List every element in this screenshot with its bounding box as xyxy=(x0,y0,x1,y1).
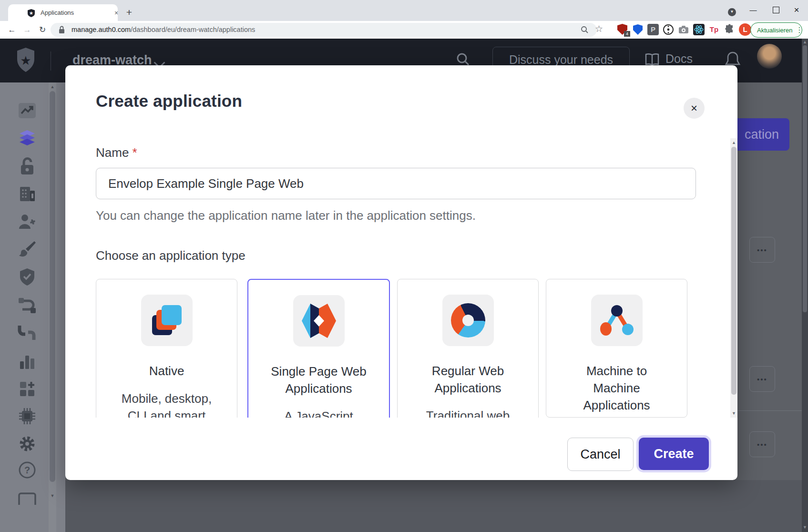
sidebar-item-authentication[interactable] xyxy=(17,156,38,177)
user-avatar[interactable] xyxy=(757,44,782,69)
back-button-icon[interactable]: ← xyxy=(6,24,18,36)
card-title: Single Page WebApplications xyxy=(248,363,389,397)
row-menu-button[interactable]: ••• xyxy=(749,237,775,263)
settings-gear-icon xyxy=(18,435,36,453)
card-regular-web[interactable]: Regular WebApplications Traditional web xyxy=(397,279,539,418)
create-application-modal: Create application × Name * You can chan… xyxy=(65,65,737,480)
security-shield-icon xyxy=(19,268,35,286)
browser-tab[interactable]: ★ Applications × xyxy=(8,4,118,21)
m2m-app-icon xyxy=(591,295,643,346)
modal-scroll-up-icon[interactable]: ▲ xyxy=(730,140,737,145)
sidebar-item-user-management[interactable] xyxy=(17,211,38,232)
cancel-button[interactable]: Cancel xyxy=(567,438,634,471)
content-background-bottom xyxy=(65,480,802,532)
modal-scrollbar[interactable]: ▲ ▼ xyxy=(730,138,737,418)
row-menu-button[interactable]: ••• xyxy=(749,366,775,392)
tab-title: Applications xyxy=(41,9,74,16)
sidebar-item-monitoring[interactable] xyxy=(17,351,38,372)
sidebar-nav: ? xyxy=(0,82,49,532)
zoom-page-icon[interactable] xyxy=(581,26,589,34)
card-description: A JavaScript xyxy=(248,408,389,418)
card-single-page-web[interactable]: Single Page WebApplications A JavaScript xyxy=(247,279,390,418)
native-app-icon xyxy=(141,295,193,346)
sidebar-item-marketplace[interactable] xyxy=(17,379,38,399)
sidebar-item-settings[interactable] xyxy=(17,433,38,454)
page-scrollbar-thumb[interactable] xyxy=(803,45,807,312)
bookmark-star-icon[interactable]: ☆ xyxy=(595,23,603,34)
reload-button-icon[interactable]: ↻ xyxy=(36,24,49,36)
page-scroll-up-icon[interactable]: ▲ xyxy=(802,40,808,44)
user-management-icon xyxy=(18,214,37,230)
page-scrollbar[interactable]: ▲ ▼ xyxy=(802,39,808,532)
sidebar-item-applications[interactable] xyxy=(17,128,38,149)
card-title: Regular WebApplications xyxy=(398,362,538,397)
bitwarden-extension-icon[interactable] xyxy=(632,24,644,35)
forward-button-icon[interactable]: → xyxy=(21,24,33,36)
content-scrollbar[interactable]: ▲ ▼ xyxy=(49,82,56,532)
update-chrome-button[interactable]: Aktualisieren ⋮ xyxy=(750,22,802,38)
react-devtools-extension-icon[interactable] xyxy=(693,24,705,35)
application-type-cards: Native Mobile, desktop,CLI and smart Sin… xyxy=(96,279,695,418)
create-application-button-background[interactable]: cation xyxy=(734,118,789,151)
sidebar-item-organizations[interactable] xyxy=(17,184,38,205)
branding-icon xyxy=(18,240,36,258)
auth-pipeline-icon xyxy=(18,325,37,342)
crosshair-extension-icon[interactable] xyxy=(663,24,674,35)
organizations-icon xyxy=(19,186,36,202)
svg-text:★: ★ xyxy=(20,53,31,68)
help-icon: ? xyxy=(18,461,36,479)
content-background-left xyxy=(56,82,65,532)
extensions-puzzle-icon[interactable] xyxy=(724,24,735,35)
create-button[interactable]: Create xyxy=(639,438,709,470)
auth0-logo-icon: ★ xyxy=(16,48,35,72)
content-scrollbar-thumb[interactable] xyxy=(50,91,55,482)
sidebar-item-security[interactable] xyxy=(17,266,38,287)
browser-profile-avatar[interactable]: L xyxy=(739,23,751,36)
authentication-lock-icon xyxy=(19,157,36,175)
page-scroll-down-icon[interactable]: ▼ xyxy=(802,525,808,530)
activity-icon xyxy=(18,102,36,119)
svg-text:?: ? xyxy=(24,465,30,475)
monitoring-bars-icon xyxy=(19,353,35,370)
modal-scroll-down-icon[interactable]: ▼ xyxy=(730,411,737,416)
sidebar-item-help[interactable]: ? xyxy=(17,460,38,481)
window-minimize-button[interactable]: — xyxy=(745,3,761,17)
tampermonkey-tp-extension-icon[interactable]: Tp xyxy=(708,24,720,35)
window-maximize-button[interactable] xyxy=(768,4,784,18)
docs-link[interactable]: Docs xyxy=(665,52,693,66)
application-type-heading: Choose an application type xyxy=(96,248,245,263)
required-asterisk: * xyxy=(133,145,137,160)
card-machine-to-machine[interactable]: Machine toMachineApplications xyxy=(546,279,687,418)
sidebar-item-actions[interactable] xyxy=(17,295,38,316)
modal-close-button[interactable]: × xyxy=(684,98,705,119)
tab-search-caret-icon[interactable]: ▼ xyxy=(728,8,736,16)
sidebar-item-activity[interactable] xyxy=(17,100,38,121)
new-tab-button[interactable]: + xyxy=(123,6,135,19)
pill-kebab-icon[interactable]: ⋮ xyxy=(796,26,803,34)
sidebar-item-extensions[interactable] xyxy=(17,406,38,427)
sidebar-item-get-started[interactable] xyxy=(17,488,38,509)
scroll-up-icon[interactable]: ▲ xyxy=(49,84,56,89)
sidebar-item-branding[interactable] xyxy=(17,239,38,260)
address-bar[interactable]: manage.auth0.com/dashboard/eu/dream-watc… xyxy=(51,23,597,37)
window-close-button[interactable]: × xyxy=(788,3,805,17)
scroll-down-icon[interactable]: ▼ xyxy=(49,493,56,498)
card-description: Mobile, desktop,CLI and smart xyxy=(96,390,237,418)
card-native[interactable]: Native Mobile, desktop,CLI and smart xyxy=(96,279,237,418)
tab-close-icon[interactable]: × xyxy=(112,9,121,17)
applications-icon xyxy=(18,130,37,147)
row-menu-button[interactable]: ••• xyxy=(749,431,775,457)
header-search-icon[interactable] xyxy=(456,52,470,66)
name-helper-text: You can change the application name late… xyxy=(96,208,476,223)
card-title: Machine toMachineApplications xyxy=(546,362,687,414)
modal-scrollbar-thumb[interactable] xyxy=(731,147,736,395)
sidebar-item-auth-pipeline[interactable] xyxy=(17,323,38,344)
browser-toolbar: ← → ↻ manage.auth0.com/dashboard/eu/drea… xyxy=(0,21,808,39)
screen: { "browser": { "tab_title": "Application… xyxy=(0,0,808,532)
regular-web-app-icon xyxy=(442,295,494,346)
actions-icon xyxy=(18,297,37,314)
ublock-extension-icon[interactable]: 4 xyxy=(617,24,628,35)
application-name-input[interactable] xyxy=(96,168,696,199)
p-extension-icon[interactable]: P xyxy=(647,24,659,35)
camera-extension-icon[interactable] xyxy=(678,24,689,35)
